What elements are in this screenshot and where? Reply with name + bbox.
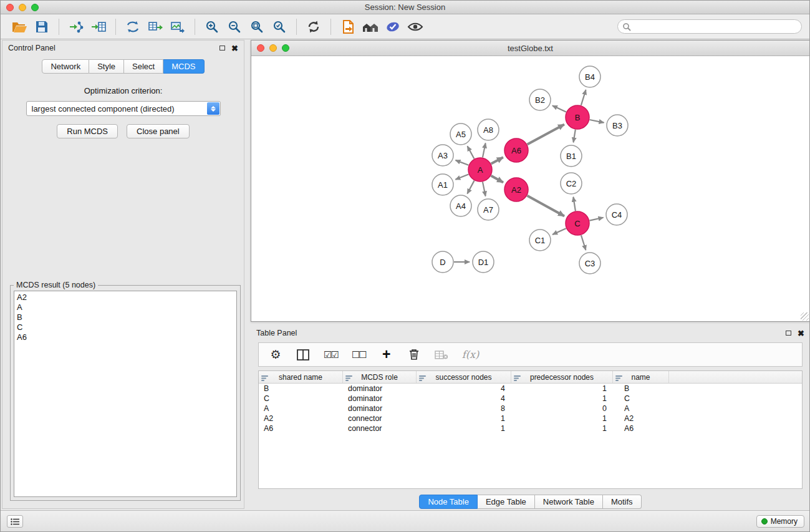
table-cell[interactable]: 4 <box>417 384 511 393</box>
eye-icon[interactable] <box>404 17 427 37</box>
mcds-result-item[interactable]: A <box>17 302 236 312</box>
edge-A-A8[interactable] <box>483 143 486 158</box>
table-cell[interactable]: A2 <box>613 414 669 423</box>
search-input[interactable] <box>631 21 801 32</box>
tab-network[interactable]: Network <box>42 59 89 74</box>
column-sort-icon[interactable] <box>615 374 622 383</box>
table-cell[interactable]: connector <box>343 414 417 423</box>
minimize-window-button[interactable] <box>19 4 26 11</box>
deselect-all-columns-icon[interactable]: ☐☐ <box>352 349 366 360</box>
run-mcds-button[interactable]: Run MCDS <box>57 124 118 138</box>
export-image-icon[interactable] <box>166 17 189 37</box>
tab-motifs[interactable]: Motifs <box>603 495 642 509</box>
close-panel-button[interactable]: Close panel <box>127 124 190 138</box>
edge-C-C2[interactable] <box>573 197 576 211</box>
save-icon[interactable] <box>31 17 53 37</box>
column-header-name[interactable]: name <box>613 371 669 383</box>
table-transfer-icon[interactable] <box>144 17 166 37</box>
column-header-successor-nodes[interactable]: successor nodes <box>417 371 511 383</box>
search-field[interactable] <box>617 19 802 34</box>
column-header-predecessor-nodes[interactable]: predecessor nodes <box>511 371 613 383</box>
tab-style[interactable]: Style <box>89 59 124 74</box>
network-transfer-icon[interactable] <box>122 17 144 37</box>
import-network-icon[interactable] <box>65 17 87 37</box>
edge-C-C1[interactable] <box>552 228 566 235</box>
table-cell[interactable]: A2 <box>259 414 343 423</box>
edge-A-A6[interactable] <box>491 157 503 163</box>
open-folder-icon[interactable] <box>8 17 31 37</box>
tab-select[interactable]: Select <box>124 59 163 74</box>
mcds-result-item[interactable]: B <box>17 312 236 322</box>
table-row[interactable]: A2connector11A2 <box>259 414 802 423</box>
table-cell[interactable]: dominator <box>343 394 417 403</box>
table-cell[interactable]: C <box>259 394 343 403</box>
task-history-button[interactable] <box>7 515 23 528</box>
table-cell[interactable]: 1 <box>417 414 511 423</box>
edge-A-A7[interactable] <box>483 182 486 196</box>
table-cell[interactable]: B <box>259 384 343 393</box>
trash-icon[interactable] <box>407 349 421 360</box>
table-cell[interactable]: 1 <box>417 424 511 433</box>
edge-B-B4[interactable] <box>581 90 586 105</box>
table-cell[interactable]: C <box>613 394 669 403</box>
optimization-criterion-dropdown[interactable]: largest connected component (directed) <box>26 101 221 116</box>
edge-A-A2[interactable] <box>491 176 503 183</box>
edge-A2-C[interactable] <box>528 196 564 216</box>
column-header-shared-name[interactable]: shared name <box>259 371 343 383</box>
edge-B-B3[interactable] <box>590 120 604 123</box>
tab-edge-table[interactable]: Edge Table <box>478 495 535 509</box>
table-cell[interactable]: 0 <box>511 404 613 413</box>
mcds-result-list[interactable]: A2ABCA6 <box>14 291 237 497</box>
zoom-out-icon[interactable] <box>223 17 246 37</box>
document-icon[interactable] <box>337 17 359 37</box>
home-icon[interactable] <box>359 17 382 37</box>
table-row[interactable]: A6connector11A6 <box>259 423 802 433</box>
network-close-button[interactable] <box>257 44 264 52</box>
style-check-icon[interactable] <box>382 17 404 37</box>
table-cell[interactable]: 1 <box>511 424 613 433</box>
table-cell[interactable]: A <box>259 404 343 413</box>
tab-mcds[interactable]: MCDS <box>163 59 204 74</box>
edge-A6-B[interactable] <box>528 124 564 144</box>
add-column-icon[interactable]: + <box>380 347 393 362</box>
table-cell[interactable]: B <box>613 384 669 393</box>
mcds-result-item[interactable]: C <box>17 322 236 332</box>
table-cell[interactable]: 4 <box>417 394 511 403</box>
column-sort-icon[interactable] <box>345 374 352 383</box>
table-row[interactable]: Cdominator41C <box>259 394 802 404</box>
zoom-window-button[interactable] <box>31 4 39 11</box>
column-sort-icon[interactable] <box>514 374 521 383</box>
table-cell[interactable]: 1 <box>511 384 613 393</box>
zoom-fit-icon[interactable] <box>246 17 268 37</box>
edge-B-B1[interactable] <box>574 130 576 143</box>
edge-C-C3[interactable] <box>581 235 586 250</box>
table-cell[interactable]: 8 <box>417 404 511 413</box>
columns-icon[interactable] <box>296 349 310 360</box>
resize-grip[interactable] <box>801 312 809 321</box>
zoom-in-icon[interactable] <box>201 17 223 37</box>
table-close-panel-icon[interactable]: ✖ <box>798 329 804 337</box>
network-canvas[interactable]: B4B2BB3A8A5A6A3B1AC2A1A2A4A7C4CC1DD1C3 <box>251 57 809 321</box>
memory-button[interactable]: Memory <box>756 515 804 528</box>
network-minimize-button[interactable] <box>269 44 277 52</box>
refresh-icon[interactable] <box>302 17 325 37</box>
mcds-result-item[interactable]: A2 <box>17 293 236 302</box>
table-cell[interactable]: A <box>613 404 669 413</box>
table-cell[interactable]: 1 <box>511 414 613 423</box>
tab-network-table[interactable]: Network Table <box>535 495 603 509</box>
table-cell[interactable]: A6 <box>259 424 343 433</box>
float-panel-icon[interactable] <box>219 46 225 51</box>
dropdown-stepper-icon[interactable] <box>207 102 219 115</box>
edge-A-A4[interactable] <box>467 181 474 194</box>
column-header-mcds-role[interactable]: MCDS role <box>343 371 417 383</box>
table-cell[interactable]: connector <box>343 424 417 433</box>
column-sort-icon[interactable] <box>419 374 426 383</box>
table-cell[interactable]: A6 <box>613 424 669 433</box>
table-row[interactable]: Bdominator41B <box>259 384 802 394</box>
column-sort-icon[interactable] <box>261 374 268 383</box>
gear-icon[interactable]: ⚙ <box>269 349 282 360</box>
edge-A-A1[interactable] <box>455 174 468 179</box>
network-zoom-button[interactable] <box>282 44 289 52</box>
select-all-columns-icon[interactable]: ☑☑ <box>324 349 338 360</box>
mcds-result-item[interactable]: A6 <box>17 332 236 342</box>
